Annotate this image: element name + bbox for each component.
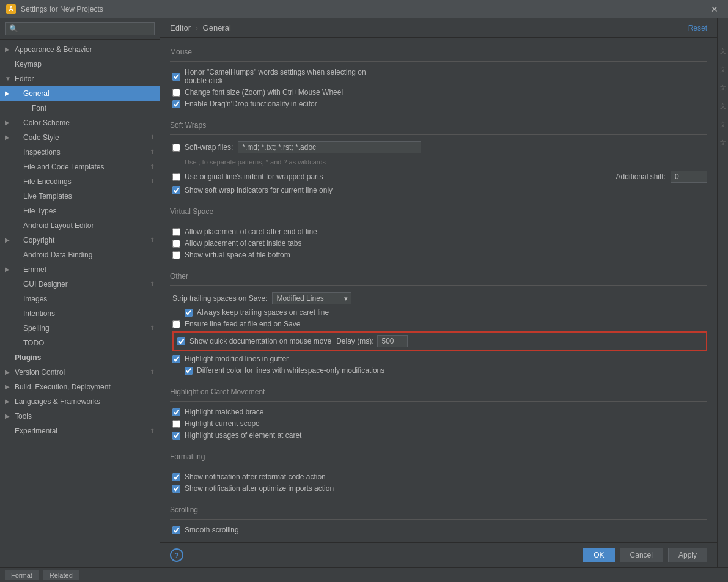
placement-after-end-checkbox[interactable] xyxy=(172,228,180,236)
sidebar-item-code-style[interactable]: ▶ Code Style ⬆ xyxy=(0,130,160,145)
sidebar-item-plugins[interactable]: Plugins xyxy=(0,350,160,365)
highlight-caret-title: Highlight on Caret Movement xyxy=(170,388,707,396)
always-keep-trailing-label: Always keep trailing spaces on caret lin… xyxy=(197,308,329,317)
strip-trailing-row: Strip trailing spaces on Save: None All … xyxy=(170,292,707,304)
strip-trailing-select[interactable]: None All Modified Lines xyxy=(272,292,351,304)
arrow-icon: ▶ xyxy=(5,117,13,129)
sidebar-label: General xyxy=(23,87,50,100)
sidebar-item-file-code-templates[interactable]: File and Code Templates ⬆ xyxy=(0,160,160,174)
smooth-scrolling-checkbox[interactable] xyxy=(172,526,180,534)
highlight-modified-checkbox[interactable] xyxy=(172,355,180,363)
soft-wrap-files-row: Soft-wrap files: xyxy=(170,141,707,153)
sidebar-label: Experimental xyxy=(15,425,57,437)
different-color-row: Different color for lines with whitespac… xyxy=(170,366,707,375)
title-bar: A Settings for New Projects ✕ xyxy=(0,0,728,18)
show-quick-doc-checkbox[interactable] xyxy=(177,337,185,345)
show-optimize-notification-checkbox[interactable] xyxy=(172,485,180,493)
different-color-checkbox[interactable] xyxy=(185,367,193,375)
arrow-icon: ▶ xyxy=(5,381,13,393)
sidebar-label: Build, Execution, Deployment xyxy=(15,381,111,393)
arrow-icon: ▶ xyxy=(5,131,13,144)
sidebar-item-file-encodings[interactable]: File Encodings ⬆ xyxy=(0,174,160,189)
different-color-label: Different color for lines with whitespac… xyxy=(197,366,384,375)
highlight-matched-brace-checkbox[interactable] xyxy=(172,408,180,416)
strip-trailing-select-wrapper: None All Modified Lines xyxy=(272,292,351,304)
close-button[interactable]: ✕ xyxy=(707,3,722,15)
apply-button[interactable]: Apply xyxy=(668,548,707,562)
soft-wrap-checkbox[interactable] xyxy=(172,144,180,152)
sidebar-label: Android Layout Editor xyxy=(23,219,94,232)
smooth-scrolling-row: Smooth scrolling xyxy=(170,526,707,534)
show-reformat-notification-row: Show notification after reformat code ac… xyxy=(170,473,707,481)
delay-input[interactable] xyxy=(377,335,408,347)
bottom-tab-related[interactable]: Related xyxy=(43,570,79,580)
arrow-icon: ▶ xyxy=(5,43,13,56)
always-keep-trailing-row: Always keep trailing spaces on caret lin… xyxy=(170,308,707,317)
show-optimize-notification-row: Show notification after optimize imports… xyxy=(170,484,707,493)
sidebar-item-intentions[interactable]: Intentions xyxy=(0,306,160,321)
sidebar-item-inspections[interactable]: Inspections ⬆ xyxy=(0,145,160,160)
show-reformat-notification-checkbox[interactable] xyxy=(172,473,180,481)
sidebar-item-languages[interactable]: ▶ Languages & Frameworks xyxy=(0,394,160,409)
arrow-icon: ▶ xyxy=(5,263,13,276)
highlight-usages-checkbox[interactable] xyxy=(172,432,180,440)
soft-wrap-label: Soft-wrap files: xyxy=(185,143,233,152)
sidebar-item-emmet[interactable]: ▶ Emmet xyxy=(0,262,160,277)
sidebar-label: Android Data Binding xyxy=(23,249,92,261)
show-indicators-row: Show soft wrap indicators for current li… xyxy=(170,186,707,194)
sidebar-item-font[interactable]: Font xyxy=(0,101,160,116)
sidebar-item-spelling[interactable]: Spelling ⬆ xyxy=(0,321,160,336)
change-font-size-checkbox[interactable] xyxy=(172,89,180,97)
sidebar-item-android-layout-editor[interactable]: Android Layout Editor xyxy=(0,218,160,233)
ensure-line-feed-checkbox[interactable] xyxy=(172,320,180,328)
show-virtual-space-checkbox[interactable] xyxy=(172,251,180,259)
show-virtual-space-row: Show virtual space at file bottom xyxy=(170,251,707,259)
sidebar-item-color-scheme[interactable]: ▶ Color Scheme xyxy=(0,116,160,130)
additional-shift-input[interactable] xyxy=(671,171,707,183)
soft-wraps-section: Soft Wraps Soft-wrap files: Use ; to sep… xyxy=(170,121,707,194)
sidebar-item-build[interactable]: ▶ Build, Execution, Deployment xyxy=(0,380,160,394)
export-icon: ⬆ xyxy=(150,322,155,334)
honor-camel-humps-row: Honor "CamelHumps" words settings when s… xyxy=(170,68,707,85)
always-keep-trailing-checkbox[interactable] xyxy=(185,309,193,317)
arrow-icon: ▼ xyxy=(5,73,13,85)
help-button[interactable]: ? xyxy=(170,548,183,562)
sidebar-label: Color Scheme xyxy=(23,117,70,129)
sidebar-item-images[interactable]: Images xyxy=(0,292,160,306)
bottom-strip: Format Related xyxy=(0,567,728,582)
enable-drag-drop-checkbox[interactable] xyxy=(172,100,180,108)
sidebar-item-keymap[interactable]: Keymap xyxy=(0,57,160,72)
sidebar-item-live-templates[interactable]: Live Templates xyxy=(0,189,160,204)
highlight-current-scope-checkbox[interactable] xyxy=(172,420,180,428)
cancel-button[interactable]: Cancel xyxy=(620,548,663,562)
sidebar-item-gui-designer[interactable]: GUI Designer ⬆ xyxy=(0,277,160,292)
sidebar-item-editor[interactable]: ▼ Editor xyxy=(0,72,160,86)
sidebar-label: Languages & Frameworks xyxy=(15,396,100,408)
sidebar-item-tools[interactable]: ▶ Tools xyxy=(0,409,160,424)
virtual-space-title: Virtual Space xyxy=(170,207,707,216)
sidebar-item-version-control[interactable]: ▶ Version Control ⬆ xyxy=(0,365,160,380)
show-indicators-checkbox[interactable] xyxy=(172,186,180,194)
soft-wrap-patterns-input[interactable] xyxy=(238,141,421,153)
sidebar-item-appearance[interactable]: ▶ Appearance & Behavior xyxy=(0,42,160,57)
sidebar-item-todo[interactable]: TODO xyxy=(0,336,160,350)
arrow-icon: ▶ xyxy=(5,410,13,422)
reset-button[interactable]: Reset xyxy=(688,24,707,32)
arrow-icon: ▶ xyxy=(5,396,13,408)
sidebar-item-android-data-binding[interactable]: Android Data Binding xyxy=(0,248,160,262)
enable-drag-drop-row: Enable Drag'n'Drop functionality in edit… xyxy=(170,100,707,108)
use-original-indent-row: Use original line's indent for wrapped p… xyxy=(170,171,707,183)
sidebar-item-file-types[interactable]: File Types xyxy=(0,204,160,218)
honor-camel-humps-checkbox[interactable] xyxy=(172,73,180,81)
sidebar-item-general[interactable]: ▶ General xyxy=(0,86,160,101)
sidebar-label: Live Templates xyxy=(23,190,72,202)
enable-drag-drop-label: Enable Drag'n'Drop functionality in edit… xyxy=(185,100,317,108)
show-reformat-notification-label: Show notification after reformat code ac… xyxy=(185,473,326,481)
ok-button[interactable]: OK xyxy=(583,548,614,562)
sidebar-item-copyright[interactable]: ▶ Copyright ⬆ xyxy=(0,233,160,248)
use-original-indent-checkbox[interactable] xyxy=(172,173,180,181)
bottom-tab-format[interactable]: Format xyxy=(5,570,39,580)
sidebar-item-experimental[interactable]: Experimental ⬆ xyxy=(0,424,160,438)
search-input[interactable] xyxy=(5,22,155,35)
placement-inside-tabs-checkbox[interactable] xyxy=(172,240,180,248)
